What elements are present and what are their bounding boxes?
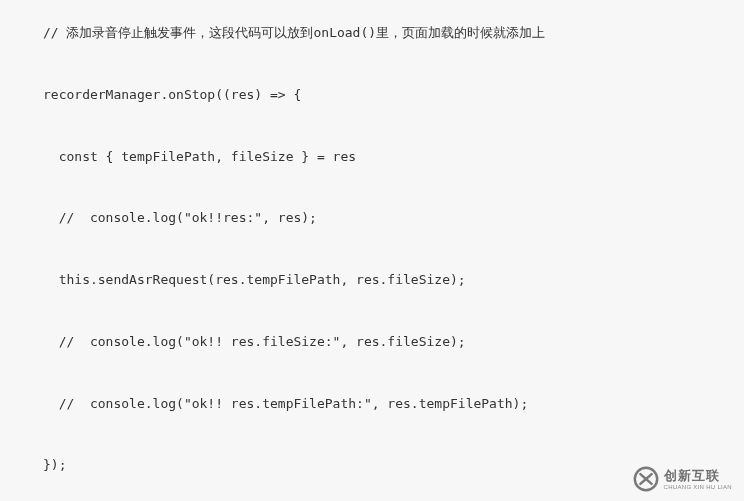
code-content: // 添加录音停止触发事件，这段代码可以放到onLoad()里，页面加载的时候就… <box>43 25 545 501</box>
watermark: 创新互联 CHUANG XIN HU LIAN <box>632 465 732 493</box>
watermark-logo-icon <box>632 465 660 493</box>
watermark-text: 创新互联 CHUANG XIN HU LIAN <box>664 469 732 490</box>
code-block: // 添加录音停止触发事件，这段代码可以放到onLoad()里，页面加载的时候就… <box>43 18 744 501</box>
watermark-en: CHUANG XIN HU LIAN <box>664 484 732 490</box>
watermark-cn: 创新互联 <box>664 469 732 482</box>
